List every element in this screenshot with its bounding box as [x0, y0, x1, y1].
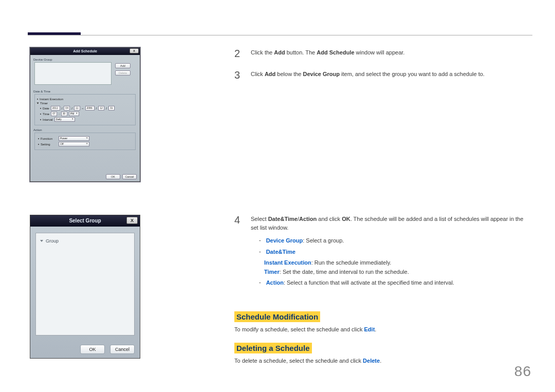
- cancel-button[interactable]: Cancel: [122, 174, 137, 179]
- step-number: 3: [234, 70, 244, 80]
- step-4: 4 Select Date&Time/Action and click OK. …: [234, 215, 532, 290]
- dash-icon: -: [259, 278, 261, 288]
- add-schedule-dialog: Add Schedule X Device Group Add Delete D…: [30, 47, 140, 182]
- time-ampm-select[interactable]: PM: [69, 111, 79, 116]
- date-to-month[interactable]: 12: [98, 106, 104, 110]
- tree-root-label: Group: [46, 238, 59, 244]
- setting-select[interactable]: Off: [59, 142, 89, 146]
- radio-icon[interactable]: [37, 99, 38, 100]
- date-label: Date: [43, 107, 49, 110]
- instant-execution-label: Instant Execution: [40, 98, 63, 101]
- function-select[interactable]: Power: [59, 136, 89, 141]
- bullet-icon: [38, 138, 39, 139]
- bullet-icon: [40, 114, 41, 115]
- instruction-steps-bottom: 4 Select Date&Time/Action and click OK. …: [234, 215, 532, 364]
- device-group-delete-button[interactable]: Delete: [115, 70, 131, 76]
- date-from-year[interactable]: 2011: [51, 106, 60, 110]
- add-schedule-title: Add Schedule: [73, 49, 97, 53]
- step-3: 3 Click Add below the Device Group item,…: [234, 70, 532, 80]
- step-body: Click the Add button. The Add Schedule w…: [251, 48, 404, 59]
- bullet-list: - Device Group: Select a group. - Date&T…: [251, 236, 532, 288]
- device-group-add-button[interactable]: Add: [115, 63, 131, 68]
- page-number: 86: [514, 363, 531, 380]
- date-time-panel: Instant Execution Timer Date 2011 / 04 /…: [34, 94, 136, 125]
- date-time-label: Date & Time: [33, 90, 140, 93]
- interval-label: Interval: [43, 118, 53, 121]
- schedule-modification-text: To modify a schedule, select the schedul…: [234, 326, 532, 332]
- action-panel: Function Power Setting Off: [34, 133, 136, 150]
- deleting-schedule-text: To delete a schedule, select the schedul…: [234, 358, 532, 364]
- sub-item: Instant Execution: Run the schedule imme…: [264, 258, 532, 268]
- bullet-icon: [38, 144, 39, 145]
- group-tree[interactable]: Group: [35, 233, 135, 335]
- cancel-button[interactable]: Cancel: [110, 345, 135, 354]
- timer-label: Timer: [40, 102, 48, 105]
- collapse-icon[interactable]: [40, 240, 43, 242]
- bullet-icon: [40, 108, 41, 109]
- interval-select[interactable]: Daily: [54, 117, 75, 122]
- dash-icon: -: [259, 236, 261, 246]
- step-body: Click Add below the Device Group item, a…: [251, 70, 485, 80]
- step-number: 2: [234, 48, 244, 59]
- function-label: Function: [41, 137, 57, 140]
- schedule-modification-heading: Schedule Modification: [234, 311, 320, 322]
- select-group-title: Select Group: [69, 218, 101, 223]
- device-group-label: Device Group: [33, 58, 140, 61]
- ok-button[interactable]: OK: [106, 174, 120, 179]
- step-number: 4: [234, 215, 244, 290]
- expand-icon[interactable]: [37, 103, 39, 104]
- date-from-day[interactable]: 11: [74, 106, 80, 110]
- select-group-titlebar: Select Group X: [30, 215, 140, 227]
- list-item: - Date&Time: [259, 248, 532, 257]
- deleting-schedule-heading: Deleting a Schedule: [234, 343, 312, 353]
- step-2: 2 Click the Add button. The Add Schedule…: [234, 48, 532, 59]
- time-min[interactable]: 30: [61, 111, 67, 116]
- list-item: - Action: Select a function that will ac…: [259, 278, 532, 288]
- setting-label: Setting: [41, 143, 57, 146]
- device-group-listbox[interactable]: [34, 62, 112, 85]
- date-to-year[interactable]: 2086: [85, 106, 95, 110]
- dash-icon: -: [259, 248, 261, 257]
- bullet-icon: [40, 119, 41, 120]
- tree-root-item[interactable]: Group: [40, 238, 130, 244]
- close-button[interactable]: X: [126, 217, 138, 224]
- time-hour[interactable]: 07: [51, 111, 57, 116]
- ok-button[interactable]: OK: [80, 345, 105, 354]
- header-rule: [28, 35, 532, 35]
- date-from-month[interactable]: 04: [64, 106, 70, 110]
- sub-item: Timer: Set the date, time and interval t…: [264, 268, 532, 277]
- list-item: - Device Group: Select a group.: [259, 236, 532, 246]
- time-label: Time: [43, 113, 49, 116]
- instruction-steps-top: 2 Click the Add button. The Add Schedule…: [234, 48, 532, 91]
- step-body: Select Date&Time/Action and click OK. Th…: [251, 215, 532, 290]
- add-schedule-titlebar: Add Schedule X: [30, 48, 140, 55]
- action-label: Action: [33, 128, 140, 132]
- select-group-dialog: Select Group X Group OK Cancel: [30, 215, 140, 359]
- close-button[interactable]: X: [130, 48, 139, 53]
- date-to-day[interactable]: 31: [108, 106, 115, 110]
